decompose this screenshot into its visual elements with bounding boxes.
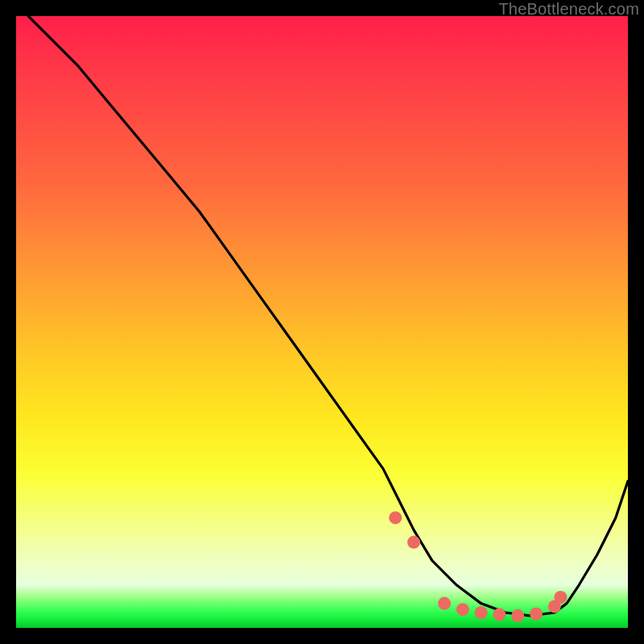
optimal-marker xyxy=(511,609,524,622)
plot-area xyxy=(16,16,628,628)
optimal-marker xyxy=(493,608,506,621)
optimal-marker xyxy=(389,511,402,524)
optimal-marker xyxy=(475,606,488,619)
optimal-marker xyxy=(438,597,451,610)
bottleneck-curve-path xyxy=(28,16,628,616)
optimal-marker xyxy=(456,603,469,616)
chart-frame: TheBottleneck.com xyxy=(0,0,644,644)
optimal-marker xyxy=(530,608,543,621)
marker-group xyxy=(389,511,567,622)
optimal-marker xyxy=(554,591,567,604)
optimal-marker xyxy=(407,536,420,549)
curve-svg xyxy=(16,16,628,628)
